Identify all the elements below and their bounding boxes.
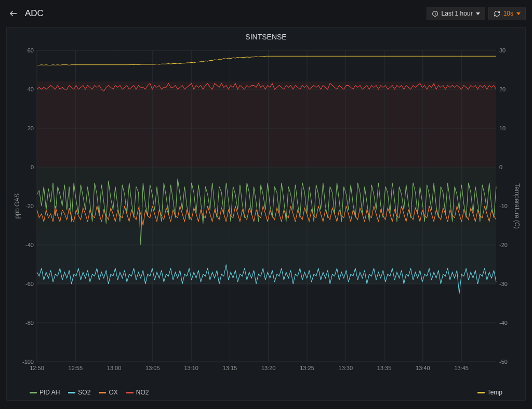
svg-text:-40: -40 xyxy=(25,242,34,248)
refresh-interval-picker[interactable]: 10s xyxy=(488,7,526,20)
svg-text:-50: -50 xyxy=(499,359,508,365)
chart-panel: SINTSENSE -100-80-60-40-200204060-50-40-… xyxy=(6,27,526,401)
svg-text:13:35: 13:35 xyxy=(377,365,392,371)
chevron-down-icon xyxy=(476,12,480,15)
svg-text:13:40: 13:40 xyxy=(416,365,430,371)
legend-swatch xyxy=(30,392,37,393)
svg-text:20: 20 xyxy=(499,86,506,92)
legend-swatch xyxy=(126,392,134,393)
back-button[interactable] xyxy=(6,6,21,21)
legend-label: Temp xyxy=(487,389,502,396)
svg-text:0: 0 xyxy=(31,164,34,170)
svg-text:0: 0 xyxy=(499,164,502,170)
chart-area[interactable]: -100-80-60-40-200204060-50-40-30-20-1001… xyxy=(7,43,525,387)
svg-text:Temperature (C): Temperature (C) xyxy=(513,183,521,228)
top-right-controls: Last 1 hour 10s xyxy=(427,7,526,20)
svg-text:60: 60 xyxy=(28,47,34,53)
chevron-down-icon xyxy=(516,12,521,15)
svg-text:ppb GAS: ppb GAS xyxy=(14,194,21,219)
svg-text:30: 30 xyxy=(499,47,506,53)
time-range-picker[interactable]: Last 1 hour xyxy=(427,7,485,20)
legend-item-so2[interactable]: SO2 xyxy=(68,389,90,396)
arrow-left-icon xyxy=(9,9,18,18)
svg-text:-10: -10 xyxy=(499,203,508,209)
page-title: ADC xyxy=(25,8,44,19)
svg-text:13:15: 13:15 xyxy=(223,365,237,371)
legend-swatch xyxy=(477,392,485,393)
svg-text:13:00: 13:00 xyxy=(107,365,122,371)
topbar: ADC Last 1 hour 10s xyxy=(0,0,532,27)
svg-text:13:30: 13:30 xyxy=(339,365,353,371)
svg-text:13:25: 13:25 xyxy=(300,365,314,371)
svg-text:-80: -80 xyxy=(25,320,34,326)
svg-text:13:20: 13:20 xyxy=(261,365,276,371)
time-range-label: Last 1 hour xyxy=(442,10,473,17)
svg-text:-60: -60 xyxy=(25,281,34,287)
svg-text:-30: -30 xyxy=(499,281,508,287)
refresh-icon xyxy=(494,10,500,17)
svg-text:10: 10 xyxy=(499,125,506,131)
refresh-interval-label: 10s xyxy=(503,10,513,17)
legend-item-no2[interactable]: NO2 xyxy=(126,389,149,396)
legend-item-temp[interactable]: Temp xyxy=(477,389,502,396)
svg-text:20: 20 xyxy=(28,125,34,131)
legend-item-ox[interactable]: OX xyxy=(99,389,117,396)
legend-label: SO2 xyxy=(78,389,90,396)
svg-text:12:55: 12:55 xyxy=(69,365,83,371)
svg-text:-20: -20 xyxy=(25,203,34,209)
legend-swatch xyxy=(99,392,106,393)
legend-label: OX xyxy=(109,389,117,396)
svg-text:-100: -100 xyxy=(22,359,34,365)
svg-text:13:10: 13:10 xyxy=(184,365,198,371)
svg-text:40: 40 xyxy=(28,86,34,92)
svg-text:13:45: 13:45 xyxy=(454,365,469,371)
svg-text:-20: -20 xyxy=(499,242,508,248)
panel-title: SINTSENSE xyxy=(7,28,525,43)
svg-rect-2 xyxy=(37,81,496,167)
legend-label: NO2 xyxy=(136,389,149,396)
legend-label: PID AH xyxy=(39,389,60,396)
chart-legend: PID AHSO2OXNO2Temp xyxy=(7,387,525,400)
legend-item-pid-ah[interactable]: PID AH xyxy=(30,389,60,396)
clock-icon xyxy=(432,10,438,17)
svg-text:13:05: 13:05 xyxy=(145,365,160,371)
legend-swatch xyxy=(68,392,75,393)
svg-text:-40: -40 xyxy=(499,320,508,326)
svg-text:12:50: 12:50 xyxy=(30,365,44,371)
